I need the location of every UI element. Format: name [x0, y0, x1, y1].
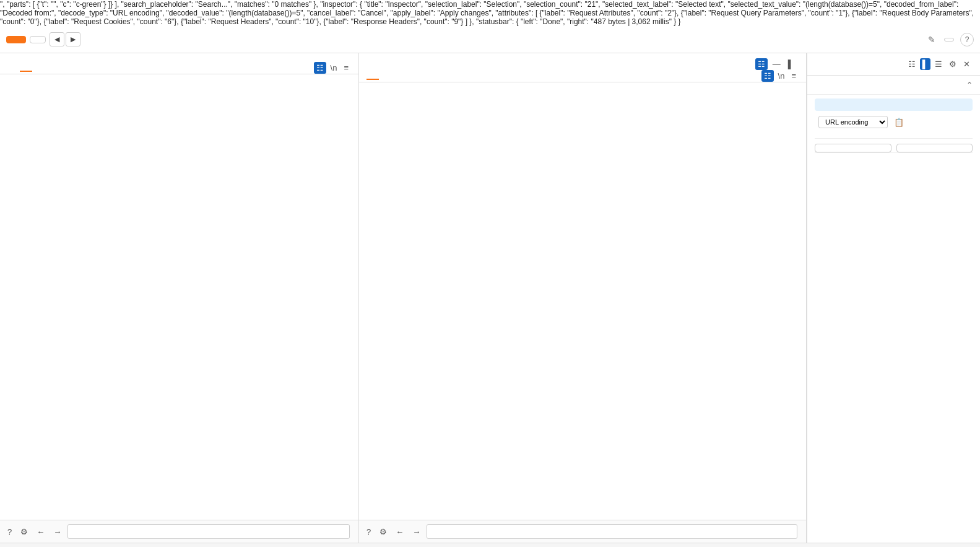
cancel-button[interactable]	[30, 36, 46, 43]
statusbar	[0, 543, 980, 547]
inspector-header-icons: ☷ ▌ ☰ ⚙ ✕	[906, 58, 973, 70]
response-panel: ☷ ― ▌ ☷ \n ≡ ? ⚙ ← →	[359, 53, 807, 543]
response-more-icon[interactable]: ≡	[789, 70, 799, 82]
help-icon[interactable]: ?	[960, 33, 974, 46]
http-version-badge[interactable]	[944, 38, 954, 42]
send-button[interactable]	[6, 36, 26, 43]
request-footer-settings[interactable]: ⚙	[18, 526, 30, 538]
prev-button[interactable]: ◀	[50, 32, 64, 46]
tab-response-render[interactable]	[404, 72, 416, 80]
response-tabs: ☷ \n ≡	[359, 70, 806, 82]
tab-request-hex[interactable]	[32, 64, 45, 72]
inspector-body: ⌃ URL encoding Base64 HTML encoding	[807, 76, 980, 543]
cancel-decode-button[interactable]	[815, 144, 891, 152]
response-search-next[interactable]: →	[410, 526, 423, 538]
request-footer-help[interactable]: ?	[5, 526, 14, 538]
response-footer-help[interactable]: ?	[364, 526, 373, 538]
request-footer: ? ⚙ ← →	[0, 520, 358, 543]
request-newline-icon[interactable]: \n	[328, 62, 340, 74]
response-search-prev[interactable]: ←	[393, 526, 406, 538]
response-content	[359, 82, 806, 520]
response-newline-icon[interactable]: \n	[776, 70, 787, 82]
request-tabs: ☷ \n ≡	[0, 62, 358, 74]
main-area: ☷ \n ≡ ? ⚙ ← → ☷ ― ▌	[0, 53, 980, 543]
request-format-icon[interactable]: ☷	[314, 62, 326, 74]
toolbar: ◀ ▶ ✎ ?	[0, 26, 980, 53]
request-content	[0, 74, 358, 520]
selected-text-box	[815, 98, 973, 111]
inspector-arrange-icon[interactable]: ☰	[932, 58, 945, 70]
nav-buttons: ◀ ▶	[50, 32, 80, 46]
inspector-panel: ☷ ▌ ☰ ⚙ ✕ ⌃	[807, 53, 980, 543]
tab-response-pretty[interactable]	[366, 72, 379, 80]
inspector-close-icon[interactable]: ✕	[961, 58, 973, 70]
selected-text-section: URL encoding Base64 HTML encoding 📋	[807, 98, 980, 159]
apply-changes-button[interactable]	[896, 144, 973, 152]
request-search-input[interactable]	[67, 524, 350, 539]
request-more-icon[interactable]: ≡	[341, 62, 351, 74]
response-layout-btn1[interactable]: ☷	[755, 58, 768, 70]
toolbar-right: ✎ ?	[919, 33, 974, 46]
decode-copy-btn[interactable]: 📋	[891, 117, 906, 128]
edit-icon[interactable]: ✎	[926, 33, 938, 46]
response-format-icon[interactable]: ☷	[761, 70, 774, 82]
decode-type-select[interactable]: URL encoding Base64 HTML encoding	[818, 116, 888, 128]
response-layout-btn3[interactable]: ▌	[786, 58, 796, 70]
decoded-section: URL encoding Base64 HTML encoding 📋	[815, 111, 973, 139]
tab-response-raw[interactable]	[379, 72, 391, 80]
tab-response-hex[interactable]	[391, 72, 404, 80]
action-row	[815, 139, 973, 153]
tab-request-raw[interactable]	[20, 64, 32, 72]
inspector-layout-btn1[interactable]: ☷	[906, 58, 918, 70]
request-search-prev[interactable]: ←	[34, 526, 47, 538]
selection-chevron[interactable]: ⌃	[966, 81, 973, 89]
request-panel: ☷ \n ≡ ? ⚙ ← →	[0, 53, 359, 543]
selection-row: ⌃	[807, 76, 980, 95]
tab-request-pretty[interactable]	[7, 64, 20, 72]
response-header: ☷ ― ▌	[359, 53, 806, 70]
inspector-header: ☷ ▌ ☰ ⚙ ✕	[807, 53, 980, 76]
inspector-layout-btn2[interactable]: ▌	[920, 58, 930, 70]
request-header	[0, 53, 358, 62]
response-search-input[interactable]	[427, 524, 797, 539]
decoded-label: URL encoding Base64 HTML encoding 📋	[815, 116, 973, 128]
response-footer-settings[interactable]: ⚙	[377, 526, 389, 538]
request-search-next[interactable]: →	[51, 526, 64, 538]
next-button[interactable]: ▶	[66, 32, 80, 46]
response-footer: ? ⚙ ← →	[359, 520, 806, 543]
inspector-settings-icon[interactable]: ⚙	[947, 58, 959, 70]
decoded-value	[815, 131, 973, 139]
response-layout-btn2[interactable]: ―	[770, 58, 783, 70]
